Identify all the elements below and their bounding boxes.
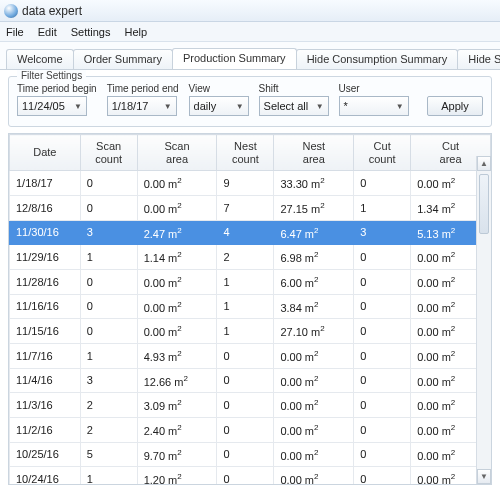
select-view[interactable]: daily ▼ bbox=[189, 96, 249, 116]
value-time-begin: 11/24/05 bbox=[22, 100, 65, 112]
input-time-begin[interactable]: 11/24/05 ▼ bbox=[17, 96, 87, 116]
filter-legend: Filter Settings bbox=[17, 70, 86, 81]
select-shift[interactable]: Select all ▼ bbox=[259, 96, 329, 116]
chevron-down-icon: ▼ bbox=[316, 102, 324, 111]
scroll-down-icon[interactable]: ▼ bbox=[477, 469, 491, 484]
label-user: User bbox=[339, 83, 409, 94]
table-row[interactable]: 11/30/1632.47 m246.47 m235.13 m2 bbox=[10, 220, 491, 245]
table-row[interactable]: 12/8/1600.00 m2727.15 m211.34 m2 bbox=[10, 195, 491, 220]
table-row[interactable]: 11/7/1614.93 m200.00 m200.00 m2 bbox=[10, 343, 491, 368]
tabstrip: WelcomeOrder SummaryProduction SummaryHi… bbox=[0, 42, 500, 70]
label-time-end: Time period end bbox=[107, 83, 179, 94]
chevron-down-icon: ▼ bbox=[164, 102, 172, 111]
apply-label: Apply bbox=[441, 100, 469, 112]
filter-panel: Filter Settings Time period begin 11/24/… bbox=[8, 76, 492, 127]
menu-edit[interactable]: Edit bbox=[38, 26, 57, 38]
chevron-down-icon: ▼ bbox=[396, 102, 404, 111]
app-icon bbox=[4, 4, 18, 18]
label-shift: Shift bbox=[259, 83, 329, 94]
tab-production-summary[interactable]: Production Summary bbox=[172, 48, 297, 69]
table-row[interactable]: 11/3/1623.09 m200.00 m200.00 m2 bbox=[10, 393, 491, 418]
col-header-date[interactable]: Date bbox=[10, 135, 81, 171]
data-grid: Date Scancount Scanarea Nestcount Nestar… bbox=[8, 133, 492, 485]
table-row[interactable]: 10/24/1611.20 m200.00 m200.00 m2 bbox=[10, 467, 491, 485]
label-view: View bbox=[189, 83, 249, 94]
table-row[interactable]: 11/2/1622.40 m200.00 m200.00 m2 bbox=[10, 417, 491, 442]
label-time-begin: Time period begin bbox=[17, 83, 97, 94]
table-row[interactable]: 11/4/16312.66 m200.00 m200.00 m2 bbox=[10, 368, 491, 393]
col-header-scan-area[interactable]: Scanarea bbox=[137, 135, 217, 171]
tab-order-summary[interactable]: Order Summary bbox=[73, 49, 173, 69]
value-shift: Select all bbox=[264, 100, 309, 112]
select-user[interactable]: * ▼ bbox=[339, 96, 409, 116]
input-time-end[interactable]: 1/18/17 ▼ bbox=[107, 96, 177, 116]
menubar: FileEditSettingsHelp bbox=[0, 22, 500, 42]
window-titlebar: data expert bbox=[0, 0, 500, 22]
tab-hide-stock-summary[interactable]: Hide Stock Summary bbox=[457, 49, 500, 69]
window-title: data expert bbox=[22, 4, 82, 18]
scroll-thumb[interactable] bbox=[479, 174, 489, 234]
menu-settings[interactable]: Settings bbox=[71, 26, 111, 38]
value-view: daily bbox=[194, 100, 217, 112]
table-row[interactable]: 10/25/1659.70 m200.00 m200.00 m2 bbox=[10, 442, 491, 467]
col-header-nest-count[interactable]: Nestcount bbox=[217, 135, 274, 171]
chevron-down-icon: ▼ bbox=[74, 102, 82, 111]
table-row[interactable]: 1/18/1700.00 m2933.30 m200.00 m2 bbox=[10, 171, 491, 196]
col-header-scan-count[interactable]: Scancount bbox=[80, 135, 137, 171]
header-row: Date Scancount Scanarea Nestcount Nestar… bbox=[10, 135, 491, 171]
apply-button[interactable]: Apply bbox=[427, 96, 483, 116]
value-user: * bbox=[344, 100, 348, 112]
col-header-cut-count[interactable]: Cutcount bbox=[354, 135, 411, 171]
table-row[interactable]: 11/15/1600.00 m2127.10 m200.00 m2 bbox=[10, 319, 491, 344]
menu-help[interactable]: Help bbox=[124, 26, 147, 38]
tab-welcome[interactable]: Welcome bbox=[6, 49, 74, 69]
menu-file[interactable]: File bbox=[6, 26, 24, 38]
table-row[interactable]: 11/29/1611.14 m226.98 m200.00 m2 bbox=[10, 245, 491, 270]
scroll-up-icon[interactable]: ▲ bbox=[477, 156, 491, 171]
value-time-end: 1/18/17 bbox=[112, 100, 149, 112]
col-header-nest-area[interactable]: Nestarea bbox=[274, 135, 354, 171]
chevron-down-icon: ▼ bbox=[236, 102, 244, 111]
tab-hide-consumption-summary[interactable]: Hide Consumption Summary bbox=[296, 49, 459, 69]
vertical-scrollbar[interactable]: ▲ ▼ bbox=[476, 156, 491, 484]
table-row[interactable]: 11/28/1600.00 m216.00 m200.00 m2 bbox=[10, 269, 491, 294]
table-row[interactable]: 11/16/1600.00 m213.84 m200.00 m2 bbox=[10, 294, 491, 319]
